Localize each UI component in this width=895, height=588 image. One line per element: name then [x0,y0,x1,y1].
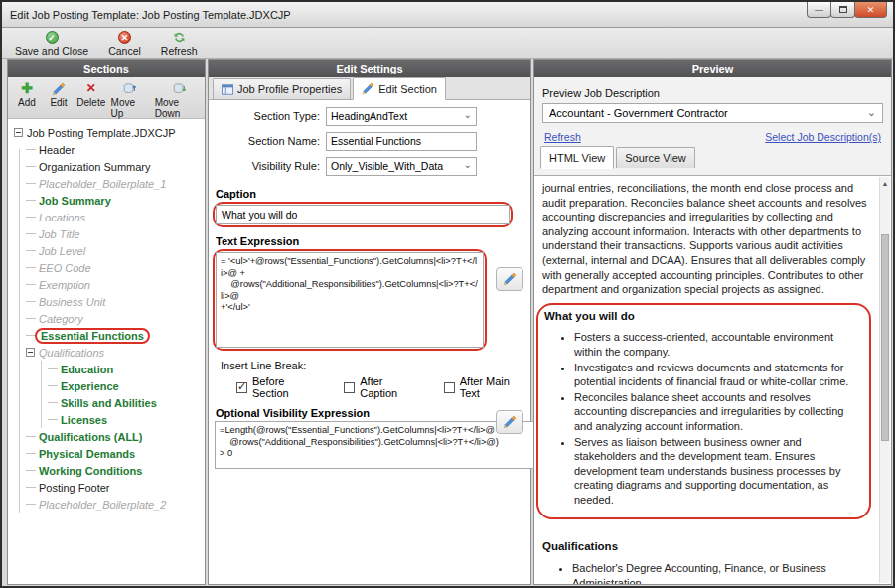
tree-item-essential-functions[interactable]: Essential Functions [14,327,205,344]
checkbox-before-section[interactable]: Before Section [236,375,322,399]
section-name-label: Section Name: [209,135,326,147]
delete-icon: ✕ [86,81,96,96]
save-and-close-label: Save and Close [15,45,88,57]
line-break-options: Before Section After Caption After Main … [236,375,530,399]
section-type-value: HeadingAndText [331,110,407,122]
tab-html-view-label: HTML View [549,152,605,164]
tree-item-organization-summary[interactable]: Organization Summary [14,158,205,175]
tree-item-working-conditions[interactable]: Working Conditions [14,462,205,479]
checkbox-after-main-text-label: After Main Text [460,375,530,399]
move-up-button[interactable]: Move Up [111,81,149,119]
visibility-rule-label: Visibility Rule: [209,160,326,172]
tree-root-label: Job Posting Template.JDXCJP [27,127,176,139]
tree-item-job-level[interactable]: Job Level [14,242,205,259]
text-expression-input[interactable]: = '<ul>'+@rows("Essential_Functions").Ge… [216,252,484,348]
tree-item-physical-demands[interactable]: Physical Demands [14,445,205,462]
preview-scrollbar[interactable]: ▲ [879,177,890,583]
preview-intro-paragraph: journal entries, reconciliations, the mo… [542,181,871,297]
caption-input[interactable]: What you will do [216,205,510,224]
tree-item-skills-and-abilities[interactable]: Skills and Abilities [14,394,205,411]
preview-tabstrip: HTML View Source View [534,149,891,168]
tab-source-view-label: Source View [625,152,686,164]
maximize-button[interactable] [830,2,855,18]
save-and-close-button[interactable]: ✓ Save and Close [12,30,91,58]
select-job-descriptions-link[interactable]: Select Job Description(s) [765,131,881,143]
move-down-button[interactable]: Move Down [155,81,205,119]
tree-item-experience[interactable]: Experience [14,377,205,394]
tree-item-education[interactable]: Education [14,361,205,377]
tree-root-job-posting-template[interactable]: Job Posting Template.JDXCJP [14,124,205,141]
sections-tree: Job Posting Template.JDXCJP Header Organ… [8,119,205,513]
collapse-icon[interactable] [26,348,35,357]
add-icon: ✚ [21,81,33,96]
optional-visibility-edit-button[interactable] [496,410,523,434]
delete-button[interactable]: ✕ Delete [77,81,105,108]
optional-visibility-input[interactable]: =Length(@rows("Essential_Functions").Get… [215,421,536,469]
edit-settings-panel: Edit Settings Job Profile Properties [208,59,531,585]
text-expression-annotation-ring: = '<ul>'+@rows("Essential_Functions").Ge… [213,249,487,351]
tree-item-eeo-code[interactable]: EEO Code [14,259,205,276]
scroll-up-icon[interactable]: ▲ [880,177,890,189]
what-you-will-do-list: Fosters a success-oriented, accountable … [574,330,859,507]
pencil-icon [362,82,374,95]
refresh-icon [173,31,186,44]
preview-document: journal entries, reconciliations, the mo… [534,176,879,584]
section-type-label: Section Type: [209,110,326,122]
pencil-icon [503,272,517,286]
list-item: Serves as liaison between business owner… [574,435,859,508]
cancel-button[interactable]: ✕ Cancel [105,30,144,58]
minimize-button[interactable]: — [807,2,831,18]
edit-label: Edit [50,97,67,108]
tree-item-job-title[interactable]: Job Title [14,225,205,242]
tab-job-profile-properties[interactable]: Job Profile Properties [213,78,351,99]
refresh-button[interactable]: Refresh [158,30,201,58]
qualifications-heading: Qualifications [542,539,871,554]
save-check-icon: ✓ [46,31,59,44]
collapse-icon[interactable] [14,128,23,137]
checkbox-icon[interactable] [236,382,247,393]
tree-item-placeholder-boilerplate-1[interactable]: Placeholder_Boilerplate_1 [14,175,205,192]
list-item: Reconciles balance sheet accounts and re… [574,390,859,434]
tree-item-placeholder-boilerplate-2[interactable]: Placeholder_Boilerplate_2 [14,496,205,513]
checkbox-after-main-text[interactable]: After Main Text [444,375,530,399]
edit-settings-panel-header: Edit Settings [209,60,530,77]
checkbox-icon[interactable] [444,382,455,393]
job-description-dropdown[interactable]: Accountant - Government Contractor ⌄ [542,103,883,123]
tab-source-view[interactable]: Source View [616,147,695,168]
section-name-input[interactable]: Essential Functions [326,132,477,151]
tree-item-locations[interactable]: Locations [14,209,205,225]
qualifications-list: Bachelor's Degree Accounting, Finance, o… [572,561,871,584]
titlebar: Edit Job Posting Template: Job Posting T… [2,2,893,28]
tree-item-qualifications-all[interactable]: Qualifications (ALL) [14,428,205,445]
selection-annotation-ring: Essential Functions [35,328,150,344]
tree-item-business-unit[interactable]: Business Unit [14,293,205,310]
tree-item-exemption[interactable]: Exemption [14,276,205,293]
chevron-down-icon: ⌄ [464,159,472,170]
app-window: Edit Job Posting Template: Job Posting T… [0,0,895,588]
refresh-label: Refresh [161,45,198,57]
tab-html-view[interactable]: HTML View [540,146,614,169]
what-you-will-do-annotation-ring: What you will do Fosters a success-orien… [536,303,871,520]
tree-item-licenses[interactable]: Licenses [14,411,205,428]
scrollbar-thumb[interactable] [881,234,889,441]
tree-item-header[interactable]: Header [14,141,205,158]
refresh-link[interactable]: Refresh [544,131,581,143]
checkbox-after-caption[interactable]: After Caption [344,375,421,399]
section-type-dropdown[interactable]: HeadingAndText ⌄ [326,107,477,126]
text-expression-edit-button[interactable] [496,267,523,291]
tree-item-posting-footer[interactable]: Posting Footer [14,479,205,496]
close-button[interactable]: ✕ [854,2,887,18]
what-you-will-do-heading: What you will do [544,309,859,324]
visibility-rule-dropdown[interactable]: Only_Visible_With_Data ⌄ [326,157,477,176]
preview-panel-header: Preview [534,60,891,77]
add-button[interactable]: ✚ Add [14,81,40,108]
preview-links: Refresh Select Job Description(s) [544,131,881,143]
tree-item-category[interactable]: Category [14,310,205,327]
sections-panel: Sections ✚ Add Edit ✕ Delete [7,59,206,585]
tree-item-job-summary[interactable]: Job Summary [14,192,205,209]
edit-button[interactable]: Edit [46,81,72,108]
checkbox-icon[interactable] [344,382,355,393]
tab-edit-section[interactable]: Edit Section [353,77,446,100]
properties-icon [222,84,233,95]
tree-item-qualifications[interactable]: Qualifications [14,344,205,361]
